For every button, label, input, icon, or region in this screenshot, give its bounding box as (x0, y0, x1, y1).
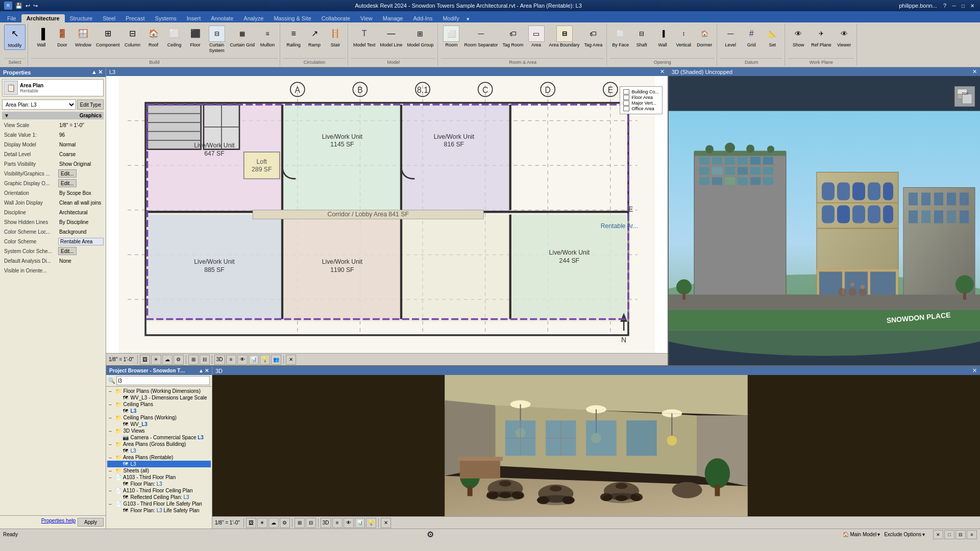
bottom-vt-hide-crop-btn[interactable]: ⊟ (306, 518, 316, 528)
status-view-btn-1[interactable]: □ (944, 530, 954, 539)
bottom-vt-crop-btn[interactable]: ⊞ (295, 518, 305, 528)
system-color-edit-btn[interactable]: Edit... (58, 247, 77, 255)
pb-expand-btn[interactable]: ▲ (199, 368, 204, 373)
vt-reveal-hidden-btn[interactable]: 💡 (260, 355, 270, 365)
vt-3d-btn[interactable]: 3D (214, 355, 225, 365)
vt-hide-crop-btn[interactable]: ⊟ (200, 355, 210, 365)
modify-btn[interactable]: ↖ Modify (4, 24, 26, 50)
tab-systems[interactable]: Systems (150, 14, 182, 22)
view-3d-content[interactable]: SNOWDON PLACE (669, 76, 980, 365)
status-view-btn-2[interactable]: ⊟ (955, 530, 966, 539)
shaft-btn[interactable]: ⊟ Shaft (631, 24, 652, 49)
ref-plane-set-btn[interactable]: 📐 Set (762, 24, 782, 49)
graphics-section-header[interactable]: ▼ Graphics (2, 112, 104, 119)
area-boundary-btn[interactable]: ⊟ Area Boundary (547, 24, 582, 49)
room-separator-btn[interactable]: — Room Separator (462, 24, 500, 49)
navigation-cube[interactable]: TOP (954, 86, 975, 107)
tab-insert[interactable]: Insert (182, 14, 206, 22)
tree-a103-floor[interactable]: 🗺 Floor Plan: L3 (107, 481, 211, 487)
properties-expand-btn[interactable]: ▲ (91, 69, 97, 76)
tree-camera-commercial[interactable]: 📷 Camera - Commercial Space L3 (107, 434, 211, 441)
status-view-btn-3[interactable]: ≡ (967, 530, 977, 539)
roof-btn[interactable]: 🏠 Roof (143, 24, 164, 49)
tree-g103[interactable]: – 📄 G103 - Third Floor Life Safety Plan (107, 500, 211, 507)
tab-annotate[interactable]: Annotate (206, 14, 238, 22)
tree-wv-l3[interactable]: 🗺 WV_L3 (107, 421, 211, 428)
mullion-btn[interactable]: ≡ Mullion (257, 24, 278, 49)
bottom-vt-hide-btn[interactable]: 👁 (344, 518, 354, 528)
tree-l3-gross[interactable]: 🗺 L3 (107, 447, 211, 454)
tree-area-gross[interactable]: – 📁 Area Plans (Gross Building) (107, 441, 211, 447)
edit-type-btn[interactable]: Edit Type (77, 99, 104, 110)
bottom-vt-3d-btn[interactable]: 3D (321, 518, 331, 528)
tab-structure[interactable]: Structure (65, 14, 98, 22)
quick-redo-btn[interactable]: ↪ (33, 3, 38, 9)
wall-opening-btn[interactable]: ▐ Wall (652, 24, 673, 49)
bottom-3d-content[interactable] (212, 375, 980, 516)
visibility-graphics-edit-btn[interactable]: Edit... (58, 169, 77, 178)
bottom-vt-sun-btn[interactable]: ☀ (257, 518, 267, 528)
column-btn[interactable]: ⊟ Column (122, 24, 143, 49)
tree-ceiling-plans[interactable]: – 📁 Ceiling Plans (107, 401, 211, 408)
tree-3d-views[interactable]: – 📁 3D Views (107, 428, 211, 434)
tag-area-btn[interactable]: 🏷 Tag Area (582, 24, 605, 49)
tree-g103-floor[interactable]: 🗺 Floor Plan: L3 Life Safety Plan (107, 507, 211, 514)
show-work-plane-btn[interactable]: 👁 Show (788, 24, 808, 49)
bottom-vt-close-btn[interactable]: ✕ (381, 518, 391, 528)
dormer-btn[interactable]: 🏠 Dormer (694, 24, 715, 49)
tree-a103[interactable]: – 📄 A103 - Third Floor Plan (107, 474, 211, 481)
apply-btn[interactable]: Apply (78, 518, 104, 527)
curtain-system-btn[interactable]: ⊟ Curtain System (206, 24, 228, 55)
tree-l3-rentable[interactable]: 🗺 L3 (107, 461, 211, 467)
model-line-btn[interactable]: — Model Line (378, 24, 404, 49)
vt-worksharing-btn[interactable]: 👥 (271, 355, 281, 365)
help-btn[interactable]: ? (943, 3, 946, 9)
ramp-btn[interactable]: ↗ Ramp (304, 24, 325, 49)
tab-addins[interactable]: Add-Ins (408, 14, 438, 22)
bottom-3d-close-btn[interactable]: ✕ (972, 367, 977, 374)
bottom-vt-reveal-btn[interactable]: 💡 (366, 518, 376, 528)
vt-visual-style-btn[interactable]: 🖼 (140, 355, 150, 365)
ref-plane-btn[interactable]: ✈ Ref Plane (809, 24, 834, 49)
pb-close-btn[interactable]: ✕ (205, 368, 209, 373)
tab-file[interactable]: File (2, 14, 21, 22)
tab-collaborate[interactable]: Collaborate (316, 14, 355, 22)
bottom-vt-visual-style-btn[interactable]: 🖼 (246, 518, 256, 528)
tree-ceiling-working[interactable]: – 📁 Ceiling Plans (Working) (107, 414, 211, 421)
tree-area-rentable[interactable]: – 📁 Area Plans (Rentable) (107, 454, 211, 461)
vt-crop-btn[interactable]: ⊞ (188, 355, 199, 365)
tab-view[interactable]: View (355, 14, 378, 22)
tab-analyze[interactable]: Analyze (238, 14, 268, 22)
tab-precast[interactable]: Precast (120, 14, 150, 22)
tree-l3-ceiling[interactable]: 🗺 L3 (107, 408, 211, 414)
model-text-btn[interactable]: T Model Text (351, 24, 377, 49)
tree-wv-l3-dims[interactable]: 🗺 WV_L3 - Dimensions Large Scale (107, 394, 211, 401)
tab-modify[interactable]: Modify (437, 14, 464, 22)
tab-manage[interactable]: Manage (378, 14, 408, 22)
vt-thin-lines-btn[interactable]: ≡ (226, 355, 236, 365)
tag-room-btn[interactable]: 🏷 Tag Room (501, 24, 526, 49)
curtain-grid-btn[interactable]: ▦ Curtain Grid (228, 24, 257, 49)
stair-btn[interactable]: 🪜 Stair (325, 24, 346, 49)
tree-a110-rcp[interactable]: 🗺 Reflected Ceiling Plan: L3 (107, 494, 211, 500)
pb-search-input[interactable] (116, 376, 210, 385)
tree-sheets[interactable]: – 📁 Sheets (all) (107, 467, 211, 474)
status-close-hidden-btn[interactable]: ✕ (933, 530, 943, 539)
ceiling-btn[interactable]: ⬜ Ceiling (164, 24, 185, 49)
bottom-vt-thin-lines-btn[interactable]: ≡ (332, 518, 342, 528)
vt-analysis-btn[interactable]: 📊 (249, 355, 259, 365)
quick-save-btn[interactable]: 💾 (15, 3, 22, 9)
vt-sun-path-btn[interactable]: ☀ (151, 355, 161, 365)
plan-close-btn[interactable]: ✕ (660, 68, 665, 75)
tree-a110[interactable]: – 📄 A110 - Third Floor Ceiling Plan (107, 487, 211, 494)
minimize-btn[interactable]: ─ (950, 2, 958, 9)
by-face-btn[interactable]: ⬜ By Face (610, 24, 631, 49)
vt-close-btn[interactable]: ✕ (286, 355, 296, 365)
quick-undo-btn[interactable]: ↩ (26, 3, 30, 9)
tab-massing[interactable]: Massing & Site (268, 14, 316, 22)
properties-help-link[interactable]: Properties help (39, 518, 76, 527)
door-btn[interactable]: 🚪 Door (52, 24, 72, 49)
model-group-btn[interactable]: ⊞ Model Group (405, 24, 435, 49)
vertical-btn[interactable]: ↕ Vertical (673, 24, 694, 49)
viewer-btn[interactable]: 👁 Viewer (834, 24, 854, 49)
